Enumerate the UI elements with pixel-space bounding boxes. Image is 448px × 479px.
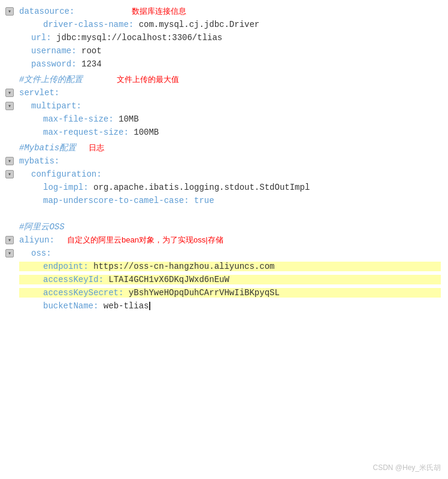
value-driver-class-name: com.mysql.cj.jdbc.Driver	[134, 20, 259, 29]
csdn-watermark: CSDN @Hey_米氏胡	[373, 463, 441, 473]
key-accesskeysecret: accessKeySecret:	[43, 288, 123, 298]
line-max-request-size: max-request-size: 100MB	[0, 126, 448, 139]
annotation-log: 日志	[89, 143, 104, 153]
key-driver-class-name: driver-class-name:	[43, 20, 134, 29]
key-configuration: configuration:	[31, 169, 102, 179]
value-endpoint: https://oss-cn-hangzhou.aliyuncs.com	[89, 262, 275, 271]
value-map-underscore	[189, 196, 194, 205]
key-bucketname: bucketName:	[43, 301, 98, 311]
annotation-aliyun-bean: 自定义的阿里云bean对象，为了实现oss|存储	[67, 235, 223, 245]
line-servlet: ▾ servlet:	[0, 86, 448, 99]
line-mybatis: ▾ mybatis:	[0, 154, 448, 168]
key-accesskeyid: accessKeyId:	[43, 275, 104, 284]
gutter-1: ▾	[0, 7, 19, 16]
value-max-file-size: 10MB	[114, 114, 139, 124]
value-password: 1234	[77, 59, 102, 69]
gutter-13: ▾	[0, 170, 19, 178]
fold-oss[interactable]: ▾	[5, 249, 14, 257]
line-bucketname: bucketName: web-tlias	[0, 299, 448, 313]
value-log-impl: org.apache.ibatis.logging.stdout.StdOutI…	[89, 183, 310, 192]
line-aliyun: ▾ aliyun: 自定义的阿里云bean对象，为了实现oss|存储	[0, 234, 448, 247]
comment-aliyun-oss: #阿里云OSS	[19, 222, 65, 232]
key-servlet: servlet:	[19, 88, 59, 98]
key-max-request-size: max-request-size:	[43, 128, 129, 137]
key-mybatis: mybatis:	[19, 156, 59, 166]
fold-configuration[interactable]: ▾	[5, 170, 14, 178]
key-url: url:	[31, 33, 52, 43]
line-multipart: ▾ multipart:	[0, 99, 448, 113]
value-username: root	[77, 46, 102, 56]
key-password: password:	[31, 59, 77, 69]
fold-servlet[interactable]: ▾	[5, 89, 14, 97]
comment-mybatis: #Mybatis配置	[19, 143, 76, 153]
fold-aliyun[interactable]: ▾	[5, 236, 14, 244]
line-datasource: ▾ datasource: 数据库连接信息	[0, 5, 448, 18]
gutter-18: ▾	[0, 236, 19, 244]
key-datasource: datasource:	[19, 7, 74, 16]
gutter-8: ▾	[0, 102, 19, 110]
annotation-upload-max: 文件上传的最大值	[117, 74, 179, 85]
line-driver-class-name: driver-class-name: com.mysql.cj.jdbc.Dri…	[0, 18, 448, 31]
gutter-12: ▾	[0, 157, 19, 165]
line-blank-1	[0, 207, 448, 220]
line-oss: ▾ oss:	[0, 247, 448, 260]
line-accesskeyid: accessKeyId: LTAI4GCH1vX6DKqJWxd6nEuW	[0, 273, 448, 286]
line-url: url: jdbc:mysql://localhost:3306/tlias	[0, 31, 448, 44]
line-password: password: 1234	[0, 57, 448, 71]
line-log-impl: log-impl: org.apache.ibatis.logging.stdo…	[0, 181, 448, 194]
editor-container: ▾ datasource: 数据库连接信息 driver-class-name:…	[0, 0, 448, 479]
comment-upload: #文件上传的配置	[19, 74, 83, 85]
fold-mybatis[interactable]: ▾	[5, 157, 14, 165]
key-endpoint: endpoint:	[43, 262, 89, 271]
line-max-file-size: max-file-size: 10MB	[0, 113, 448, 126]
key-map-underscore: map-underscore-to-camel-case:	[43, 196, 189, 205]
fold-datasource[interactable]: ▾	[5, 7, 14, 16]
line-accesskeysecret: accessKeySecret: yBshYweHOpqDuhCArrVHwIi…	[0, 286, 448, 299]
line-configuration: ▾ configuration:	[0, 168, 448, 181]
value-accesskeyid: LTAI4GCH1vX6DKqJWxd6nEuW	[104, 275, 229, 284]
line-comment-aliyun: #阿里云OSS	[0, 220, 448, 234]
key-log-impl: log-impl:	[43, 183, 89, 192]
gutter-7: ▾	[0, 89, 19, 97]
line-comment-mybatis: #Mybatis配置 日志	[0, 141, 448, 154]
line-username: username: root	[0, 44, 448, 57]
value-max-request-size: 100MB	[129, 128, 159, 137]
key-max-file-size: max-file-size:	[43, 114, 114, 124]
key-username: username:	[31, 46, 77, 56]
value-map-underscore-bool: true	[194, 196, 214, 205]
gutter-19: ▾	[0, 249, 19, 257]
cursor-blink	[149, 302, 150, 310]
fold-multipart[interactable]: ▾	[5, 102, 14, 110]
line-map-underscore: map-underscore-to-camel-case: true	[0, 194, 448, 207]
key-multipart: multipart:	[31, 101, 81, 111]
value-bucketname: web-tlias	[98, 301, 149, 311]
value-url: jdbc:mysql://localhost:3306/tlias	[52, 33, 223, 43]
line-endpoint: endpoint: https://oss-cn-hangzhou.aliyun…	[0, 260, 448, 273]
annotation-db-info: 数据库连接信息	[132, 6, 186, 17]
line-comment-upload: #文件上传的配置 文件上传的最大值	[0, 73, 448, 86]
value-accesskeysecret: yBshYweHOpqDuhCArrVHwIiBKpyqSL	[123, 288, 279, 298]
key-aliyun: aliyun:	[19, 235, 55, 245]
key-oss: oss:	[31, 248, 52, 258]
